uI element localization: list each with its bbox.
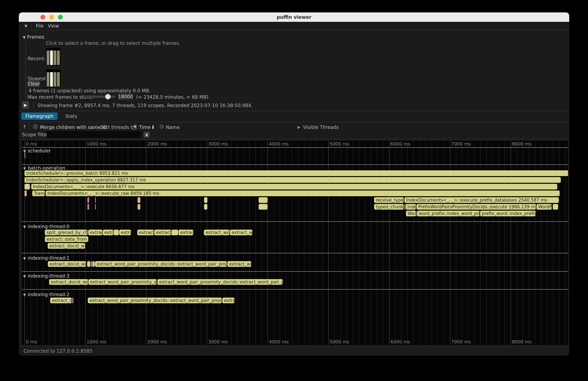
scope-bar[interactable]: extrac — [119, 230, 131, 235]
tab-stats[interactable]: Stats — [61, 112, 81, 120]
close-icon[interactable] — [41, 15, 45, 20]
scope-bar[interactable] — [24, 152, 25, 158]
frame-stripe[interactable] — [57, 50, 60, 65]
play-button[interactable]: ▶ — [22, 101, 29, 109]
scope-bar[interactable] — [259, 204, 268, 210]
scope-bar[interactable]: extract — [179, 230, 193, 235]
scope-bar[interactable] — [138, 204, 140, 210]
scope-bar[interactable]: receive_typed_ — [374, 197, 404, 203]
scope-bar[interactable] — [171, 230, 178, 235]
visible-threads-header[interactable]: Visible Threads — [303, 125, 339, 130]
scope-bar[interactable]: IndexScheduler>::process_batch 8953.821 … — [24, 170, 568, 176]
scope-bar[interactable] — [72, 297, 74, 303]
scope-bar[interactable] — [87, 230, 88, 235]
scope-filter-input[interactable] — [46, 131, 142, 138]
scope-bar[interactable]: extract_word — [204, 230, 230, 235]
menu-view[interactable]: View — [48, 23, 59, 29]
chevron-right-icon[interactable]: ▶ — [297, 125, 300, 129]
scope-bar[interactable] — [553, 204, 558, 210]
scope-bar[interactable]: IndexDocuments<_, _>::execute 8656.677 m… — [31, 184, 557, 190]
scope-bar[interactable]: extract — [88, 230, 102, 235]
thread-label-scheduler[interactable]: ▼scheduler — [23, 148, 51, 154]
scope-bar[interactable] — [114, 230, 119, 235]
scope-bar[interactable]: extract_ — [137, 230, 154, 235]
sort-by-name-radio[interactable] — [159, 124, 164, 129]
scope-bar[interactable] — [91, 261, 92, 267]
menu-file[interactable]: File — [36, 23, 44, 29]
scope-bar[interactable]: IndexDocuments<_, _>::execute_prefix_dat… — [404, 197, 559, 203]
merge-children-checkbox[interactable] — [33, 124, 38, 129]
scope-bar[interactable]: extract_doc — [50, 297, 72, 303]
scope-bar[interactable] — [24, 184, 30, 190]
clear-filter-button[interactable]: x — [144, 132, 150, 138]
scope-bar[interactable]: extract_word_pair_proximity_docids::extr… — [88, 297, 222, 303]
scope-bar[interactable] — [259, 197, 268, 203]
scope-bar[interactable]: extract_wo — [227, 261, 251, 267]
scope-bar[interactable]: extract_docid_word — [49, 279, 88, 285]
scope-bar[interactable]: IndexScheduler>::apply_index_operation 8… — [24, 177, 561, 183]
scope-bar[interactable]: extra — [103, 230, 113, 235]
scope-bar[interactable]: typed_chunk::w — [374, 204, 404, 210]
scope-bar[interactable]: extract::data_from_ob — [45, 236, 88, 242]
scope-bar[interactable] — [95, 204, 96, 210]
scope-bar[interactable] — [24, 190, 27, 196]
scope-bar[interactable]: extract_word_pair_proximity_docids — [88, 279, 157, 285]
frame-stripe[interactable] — [54, 72, 56, 87]
scope-bar[interactable]: prefix_word::index_prefix_wo — [480, 211, 536, 216]
scope-bar[interactable]: index — [406, 204, 416, 210]
scope-bar[interactable]: extract_word_pair_proximity_docids::extr… — [157, 279, 283, 285]
scope-bar[interactable]: extract_docid_wor — [48, 243, 85, 249]
theme-toggle-sun-icon[interactable]: ☀ — [24, 23, 28, 29]
recent-frames-thumbnail[interactable] — [46, 48, 61, 66]
scope-bar[interactable] — [87, 261, 90, 267]
scope-bar[interactable]: Trans — [32, 190, 45, 196]
frames-section-header[interactable]: ▼ Frames — [23, 34, 44, 40]
help-button[interactable]: ? — [23, 124, 26, 130]
scope-bar[interactable] — [416, 211, 417, 216]
zoom-icon[interactable] — [58, 15, 63, 20]
scope-bar[interactable]: WordPr — [536, 204, 552, 210]
max-frames-slider-knob[interactable] — [105, 94, 111, 100]
tab-flamegraph[interactable]: Flamegraph — [21, 112, 58, 120]
scope-bar[interactable]: Word — [406, 211, 416, 216]
slowest-frames-thumbnail[interactable] — [46, 69, 61, 87]
sort-desc-arrow-icon[interactable]: ⬇ — [151, 125, 155, 130]
thread-label-indexing-thread-0[interactable]: ▼indexing-thread:0 — [23, 224, 69, 229]
scope-bar[interactable]: extract_word_pair_proximity_docids::extr… — [95, 261, 227, 267]
scope-bar[interactable]: extrac — [222, 297, 234, 303]
thread-section-divider — [22, 165, 568, 165]
scope-bar[interactable] — [138, 197, 140, 203]
scope-bar[interactable] — [87, 204, 89, 210]
scope-bar[interactable]: word_prefix::index_word_prefix_ — [417, 211, 480, 216]
scope-bar[interactable]: extract_wo — [230, 230, 252, 235]
scope-bar[interactable]: PrefixWordPairsProximityDocids::execute … — [417, 204, 536, 210]
max-frames-value[interactable]: 18000 — [118, 93, 133, 100]
frame-stripe[interactable] — [54, 50, 56, 65]
scope-bar[interactable]: extract_docid_word — [48, 261, 86, 267]
thread-section-divider — [22, 271, 568, 272]
thread-label-indexing-thread-3[interactable]: ▼indexing-thread:3 — [23, 273, 69, 279]
sort-by-time-radio[interactable] — [133, 124, 137, 129]
frame-stripe[interactable] — [50, 50, 53, 65]
scope-bar[interactable] — [92, 261, 95, 267]
frame-stripe[interactable] — [47, 50, 49, 65]
frame-stripe[interactable] — [50, 72, 53, 87]
scope-bar[interactable]: IndexDocuments<_, _>::execute_raw 8459.1… — [46, 190, 560, 196]
scope-bar[interactable]: split_grenad_by_chun — [45, 230, 87, 235]
scope-bar[interactable]: extract_ — [154, 230, 171, 235]
scope-bar[interactable] — [204, 197, 208, 203]
frame-stripe[interactable] — [57, 72, 60, 87]
flamegraph-canvas[interactable]: 0 ms0 ms1000 ms1000 ms2000 ms2000 ms3000… — [22, 141, 568, 345]
play-icon: ▶ — [24, 103, 27, 107]
scope-bar[interactable] — [87, 197, 89, 203]
minimize-icon[interactable] — [49, 15, 54, 20]
frame-stripe[interactable] — [47, 72, 49, 87]
thread-label-indexing-thread-1[interactable]: ▼indexing-thread:1 — [23, 255, 69, 261]
thread-label-indexing-thread-2[interactable]: ▼indexing-thread:2 — [23, 292, 69, 297]
thread-label-batch-operation[interactable]: ▼batch-operation — [23, 165, 65, 171]
scope-bar[interactable] — [95, 197, 96, 203]
title-bar[interactable]: puffin viewer — [19, 12, 569, 22]
scope-bar[interactable] — [404, 204, 405, 210]
clear-frames-button[interactable]: Clear — [28, 81, 40, 87]
scope-bar[interactable] — [204, 204, 208, 210]
